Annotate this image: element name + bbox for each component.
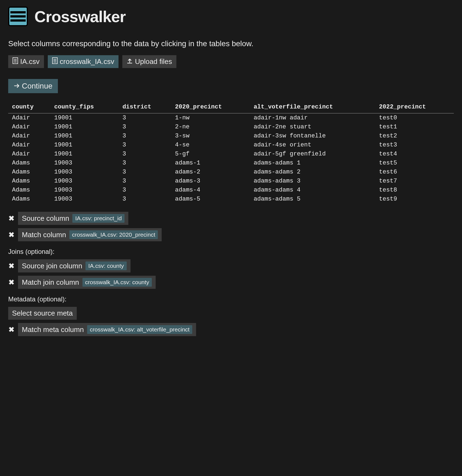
continue-button[interactable]: Continue bbox=[8, 79, 58, 93]
table-cell[interactable]: test8 bbox=[375, 186, 454, 195]
close-icon[interactable]: ✖ bbox=[8, 262, 15, 270]
column-header[interactable]: county_fips bbox=[51, 101, 119, 113]
table-row: Adams190033adams-1adams-adams 1test5 bbox=[8, 158, 454, 168]
table-cell[interactable]: 3 bbox=[119, 158, 171, 168]
upload-files-button[interactable]: Upload files bbox=[122, 55, 176, 68]
upload-icon bbox=[127, 57, 133, 66]
table-cell[interactable]: 3 bbox=[119, 177, 171, 186]
table-cell[interactable]: test2 bbox=[375, 131, 454, 140]
table-cell[interactable]: adams-5 bbox=[171, 195, 250, 204]
selector-badge: IA.csv: county bbox=[85, 261, 127, 270]
app-header: Crosswalker bbox=[8, 7, 454, 26]
source-column-selector[interactable]: Source column IA.csv: precinct_id bbox=[18, 212, 128, 225]
table-cell[interactable]: Adams bbox=[8, 168, 51, 177]
table-cell[interactable]: Adair bbox=[8, 113, 51, 123]
source-join-row: ✖ Source join column IA.csv: county bbox=[8, 259, 454, 272]
table-cell[interactable]: test9 bbox=[375, 195, 454, 204]
table-cell[interactable]: Adair bbox=[8, 149, 51, 158]
table-cell[interactable]: Adams bbox=[8, 158, 51, 168]
table-cell[interactable]: test0 bbox=[375, 113, 454, 123]
table-cell[interactable]: 3 bbox=[119, 195, 171, 204]
table-row: Adair1900134-seadair-4se orienttest3 bbox=[8, 140, 454, 149]
table-cell[interactable]: 19001 bbox=[51, 113, 119, 123]
table-cell[interactable]: test1 bbox=[375, 122, 454, 131]
file-icon bbox=[52, 57, 58, 66]
match-join-selector[interactable]: Match join column crosswalk_IA.csv: coun… bbox=[18, 276, 156, 289]
table-cell[interactable]: 2-ne bbox=[171, 122, 250, 131]
column-header[interactable]: alt_voterfile_precinct bbox=[250, 101, 375, 113]
table-cell[interactable]: adams-4 bbox=[171, 186, 250, 195]
table-cell[interactable]: 19003 bbox=[51, 168, 119, 177]
match-column-selector[interactable]: Match column crosswalk_IA.csv: 2020_prec… bbox=[18, 228, 162, 241]
table-cell[interactable]: 3 bbox=[119, 168, 171, 177]
table-cell[interactable]: Adams bbox=[8, 177, 51, 186]
selector-label: Match join column bbox=[22, 278, 79, 287]
table-cell[interactable]: 3 bbox=[119, 131, 171, 140]
source-column-row: ✖ Source column IA.csv: precinct_id bbox=[8, 212, 454, 225]
table-header: countycounty_fipsdistrict2020_precinctal… bbox=[8, 101, 454, 113]
table-cell[interactable]: adair-5gf greenfield bbox=[250, 149, 375, 158]
table-cell[interactable]: test5 bbox=[375, 158, 454, 168]
table-row: Adams190033adams-2adams-adams 2test6 bbox=[8, 168, 454, 177]
file-tab-label: crosswalk_IA.csv bbox=[60, 57, 114, 66]
column-header[interactable]: 2020_precinct bbox=[171, 101, 250, 113]
table-cell[interactable]: 19001 bbox=[51, 131, 119, 140]
table-cell[interactable]: Adams bbox=[8, 186, 51, 195]
table-cell[interactable]: 1-nw bbox=[171, 113, 250, 123]
table-cell[interactable]: 5-gf bbox=[171, 149, 250, 158]
table-cell[interactable]: 3 bbox=[119, 122, 171, 131]
table-cell[interactable]: Adair bbox=[8, 131, 51, 140]
selector-label: Select source meta bbox=[12, 309, 73, 318]
table-cell[interactable]: adams-adams 1 bbox=[250, 158, 375, 168]
upload-label: Upload files bbox=[135, 57, 172, 66]
table-cell[interactable]: adair-3sw fontanelle bbox=[250, 131, 375, 140]
table-cell[interactable]: adair-1nw adair bbox=[250, 113, 375, 123]
source-join-selector[interactable]: Source join column IA.csv: county bbox=[18, 259, 131, 272]
table-cell[interactable]: 3-sw bbox=[171, 131, 250, 140]
table-cell[interactable]: adams-adams 2 bbox=[250, 168, 375, 177]
column-header[interactable]: district bbox=[119, 101, 171, 113]
table-cell[interactable]: adair-4se orient bbox=[250, 140, 375, 149]
table-cell[interactable]: 19001 bbox=[51, 122, 119, 131]
joins-heading: Joins (optional): bbox=[8, 248, 454, 255]
table-row: Adams190033adams-3adams-adams 3test7 bbox=[8, 177, 454, 186]
table-cell[interactable]: 19003 bbox=[51, 177, 119, 186]
table-cell[interactable]: Adair bbox=[8, 122, 51, 131]
table-cell[interactable]: test7 bbox=[375, 177, 454, 186]
close-icon[interactable]: ✖ bbox=[8, 231, 15, 239]
table-cell[interactable]: Adams bbox=[8, 195, 51, 204]
close-icon[interactable]: ✖ bbox=[8, 278, 15, 287]
table-cell[interactable]: adams-adams 3 bbox=[250, 177, 375, 186]
table-cell[interactable]: 19001 bbox=[51, 140, 119, 149]
table-cell[interactable]: 4-se bbox=[171, 140, 250, 149]
table-cell[interactable]: 3 bbox=[119, 140, 171, 149]
table-cell[interactable]: adams-adams 4 bbox=[250, 186, 375, 195]
match-meta-selector[interactable]: Match meta column crosswalk_IA.csv: alt_… bbox=[18, 323, 196, 336]
source-meta-selector[interactable]: Select source meta bbox=[8, 307, 77, 320]
table-cell[interactable]: test4 bbox=[375, 149, 454, 158]
table-cell[interactable]: 3 bbox=[119, 113, 171, 123]
table-cell[interactable]: 19003 bbox=[51, 158, 119, 168]
file-tab-ia[interactable]: IA.csv bbox=[8, 55, 44, 68]
column-header[interactable]: county bbox=[8, 101, 51, 113]
table-cell[interactable]: adams-adams 5 bbox=[250, 195, 375, 204]
selector-label: Source join column bbox=[22, 262, 82, 270]
table-cell[interactable]: adair-2ne stuart bbox=[250, 122, 375, 131]
table-cell[interactable]: 19003 bbox=[51, 195, 119, 204]
column-header[interactable]: 2022_precinct bbox=[375, 101, 454, 113]
table-cell[interactable]: 3 bbox=[119, 186, 171, 195]
table-cell[interactable]: Adair bbox=[8, 140, 51, 149]
table-cell[interactable]: adams-1 bbox=[171, 158, 250, 168]
table-cell[interactable]: 3 bbox=[119, 149, 171, 158]
table-cell[interactable]: adams-2 bbox=[171, 168, 250, 177]
table-cell[interactable]: test3 bbox=[375, 140, 454, 149]
table-cell[interactable]: 19001 bbox=[51, 149, 119, 158]
close-icon[interactable]: ✖ bbox=[8, 325, 15, 334]
table-row: Adams190033adams-4adams-adams 4test8 bbox=[8, 186, 454, 195]
close-icon[interactable]: ✖ bbox=[8, 214, 15, 223]
selector-label: Match column bbox=[22, 231, 66, 239]
table-cell[interactable]: test6 bbox=[375, 168, 454, 177]
table-cell[interactable]: adams-3 bbox=[171, 177, 250, 186]
file-tab-crosswalk[interactable]: crosswalk_IA.csv bbox=[48, 55, 119, 68]
table-cell[interactable]: 19003 bbox=[51, 186, 119, 195]
